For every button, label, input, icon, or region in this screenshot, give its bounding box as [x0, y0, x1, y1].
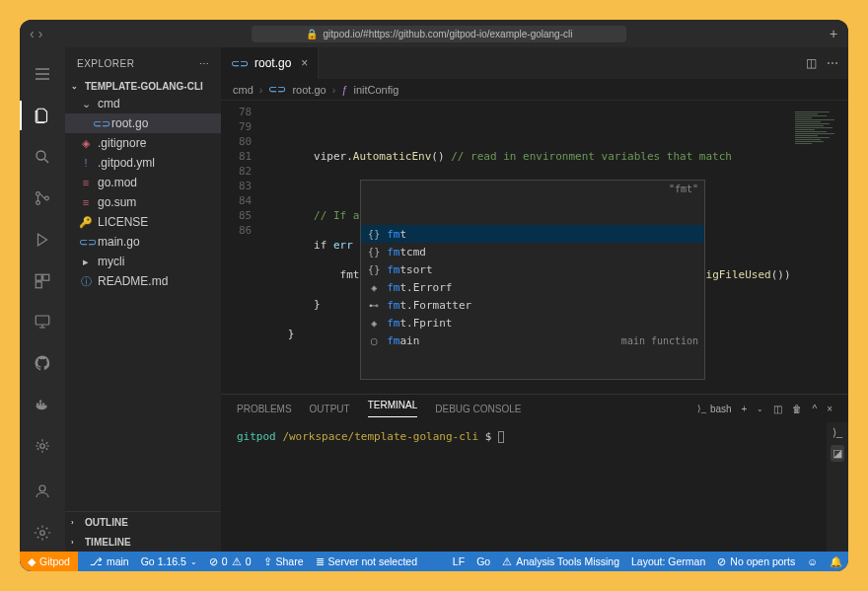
tree-item[interactable]: ≡go.sum	[65, 192, 221, 212]
nav-forward-icon[interactable]: ›	[38, 26, 43, 41]
svg-rect-6	[36, 281, 41, 287]
sidebar: EXPLORER ⋯ ⌄TEMPLATE-GOLANG-CLI ⌄cmd⊂⊃ro…	[65, 47, 221, 552]
editor-more-icon[interactable]: ⋯	[827, 56, 838, 70]
titlebar: ‹ › 🔒 gitpod.io/#https://github.com/gitp…	[20, 20, 848, 47]
tree-item[interactable]: ⊂⊃main.go	[65, 232, 221, 252]
sidebar-more-icon[interactable]: ⋯	[199, 58, 210, 69]
tree-item[interactable]: ≡go.mod	[65, 173, 221, 192]
breadcrumb-folder[interactable]: cmd	[233, 84, 253, 96]
url-bar[interactable]: 🔒 gitpod.io/#https://github.com/gitpod-i…	[252, 26, 626, 42]
new-tab-icon[interactable]: +	[819, 26, 848, 41]
go-file-icon: ⊂⊃	[231, 57, 249, 70]
tree-item[interactable]: ⓘREADME.md	[65, 271, 221, 291]
status-analysis[interactable]: ⚠Analysis Tools Missing	[502, 555, 619, 567]
suggest-item[interactable]: {}fmt	[361, 225, 704, 243]
yml-icon: !	[79, 157, 93, 169]
suggest-item[interactable]: ▢fmainmain function	[361, 332, 704, 349]
status-go-version[interactable]: Go 1.16.5⌄	[141, 555, 197, 567]
go-icon: ⊂⊃	[93, 117, 107, 130]
search-icon[interactable]	[20, 138, 65, 176]
svg-point-3	[45, 196, 49, 200]
close-tab-icon[interactable]: ×	[301, 56, 308, 70]
status-ports[interactable]: ⊘No open ports	[717, 555, 795, 567]
settings-gear-icon[interactable]	[20, 514, 65, 552]
remote-explorer-icon[interactable]	[20, 304, 65, 341]
status-server[interactable]: ≣Server not selected	[316, 555, 417, 567]
tree-item[interactable]: ⊂⊃root.go	[65, 113, 221, 133]
project-section[interactable]: ⌄TEMPLATE-GOLANG-CLI	[65, 79, 221, 94]
svg-rect-7	[36, 316, 49, 325]
status-branch[interactable]: ⎇main	[90, 555, 129, 567]
tree-item-label: LICENSE	[98, 215, 148, 229]
tree-item[interactable]: ▸mycli	[65, 252, 221, 271]
intellisense-popup[interactable]: "fmt" {}fmt{}fmtcmd{}fmtsort◈fmt.Errorf⊷…	[360, 180, 705, 380]
editor-tab[interactable]: ⊂⊃ root.go ×	[221, 47, 319, 79]
docker-icon[interactable]	[20, 386, 65, 423]
svg-rect-8	[36, 404, 38, 406]
status-eol[interactable]: LF	[453, 555, 465, 567]
tree-item[interactable]: 🔑LICENSE	[65, 212, 221, 232]
status-feedback-icon[interactable]: ☺	[807, 555, 818, 567]
status-share[interactable]: ⇪Share	[263, 555, 304, 567]
menu-icon[interactable]	[20, 55, 65, 93]
md-icon: ⓘ	[79, 274, 93, 289]
close-panel-icon[interactable]: ×	[827, 404, 832, 414]
terminal[interactable]: gitpod /workspace/template-golang-cli $	[221, 422, 827, 552]
mod-icon: ≡	[79, 177, 93, 188]
go-icon: ⊂⊃	[79, 236, 93, 249]
tree-item[interactable]: !.gitpod.yml	[65, 153, 221, 173]
line-gutter: 787980818283848586	[221, 101, 261, 394]
status-gitpod[interactable]: ◆Gitpod	[20, 552, 78, 571]
suggest-item[interactable]: ⊷fmt.Formatter	[361, 296, 704, 314]
split-editor-icon[interactable]: ◫	[806, 56, 817, 70]
svg-point-0	[36, 151, 45, 160]
tree-item-label: cmd	[98, 97, 120, 111]
status-bell-icon[interactable]: 🔔	[830, 555, 842, 568]
timeline-section[interactable]: ›TIMELINE	[65, 532, 221, 552]
tree-item-label: mycli	[98, 255, 124, 268]
explorer-icon[interactable]	[20, 97, 65, 134]
suggest-item[interactable]: ◈fmt.Fprint	[361, 314, 704, 332]
project-name: TEMPLATE-GOLANG-CLI	[85, 81, 203, 92]
outline-section[interactable]: ›OUTLINE	[65, 512, 221, 532]
maximize-panel-icon[interactable]: ^	[812, 404, 817, 414]
svg-rect-5	[43, 274, 49, 280]
suggest-item[interactable]: {}fmtsort	[361, 260, 704, 278]
minimap[interactable]	[791, 101, 848, 394]
prompt-symbol: $	[485, 430, 492, 443]
terminal-side-icon[interactable]: ⟩_	[832, 426, 842, 439]
lic-icon: 🔑	[79, 216, 93, 229]
svg-rect-10	[42, 404, 44, 406]
suggest-item[interactable]: ◈fmt.Errorf	[361, 278, 704, 296]
accounts-icon[interactable]	[20, 473, 65, 510]
tree-item[interactable]: ⌄cmd	[65, 94, 221, 113]
tree-item-label: .gitignore	[98, 136, 146, 150]
nav-back-icon[interactable]: ‹	[30, 26, 35, 41]
prompt-user: gitpod	[237, 430, 276, 443]
code-editor[interactable]: viper.AutomaticEnv() // read in environm…	[261, 101, 790, 394]
folder-icon: ⌄	[79, 98, 93, 111]
tree-item-label: go.mod	[98, 176, 137, 189]
kubernetes-icon[interactable]	[20, 427, 65, 465]
url-text: gitpod.io/#https://github.com/gitpod-io/…	[324, 29, 573, 39]
status-layout[interactable]: Layout: German	[631, 555, 705, 567]
git-icon: ◈	[79, 137, 93, 150]
terminal-side-icon-2[interactable]: ◪	[831, 445, 844, 462]
svg-rect-4	[36, 274, 41, 280]
breadcrumb-file[interactable]: root.go	[292, 84, 326, 96]
source-control-icon[interactable]	[20, 180, 65, 217]
kill-terminal-icon[interactable]: 🗑	[792, 404, 802, 414]
go-file-icon: ⊂⊃	[268, 83, 286, 96]
suggest-hint: "fmt"	[667, 182, 700, 196]
extensions-icon[interactable]	[20, 262, 65, 300]
tree-item[interactable]: ◈.gitignore	[65, 133, 221, 153]
status-language[interactable]: Go	[476, 555, 490, 567]
tree-item-label: go.sum	[98, 195, 136, 209]
breadcrumbs[interactable]: cmd › ⊂⊃ root.go › ƒ initConfig	[221, 79, 848, 101]
status-problems[interactable]: ⊘0⚠0	[209, 555, 252, 567]
tab-label: root.go	[254, 56, 291, 70]
github-icon[interactable]	[20, 344, 65, 382]
suggest-item[interactable]: {}fmtcmd	[361, 243, 704, 260]
breadcrumb-symbol[interactable]: initConfig	[354, 84, 399, 96]
run-debug-icon[interactable]	[20, 221, 65, 259]
